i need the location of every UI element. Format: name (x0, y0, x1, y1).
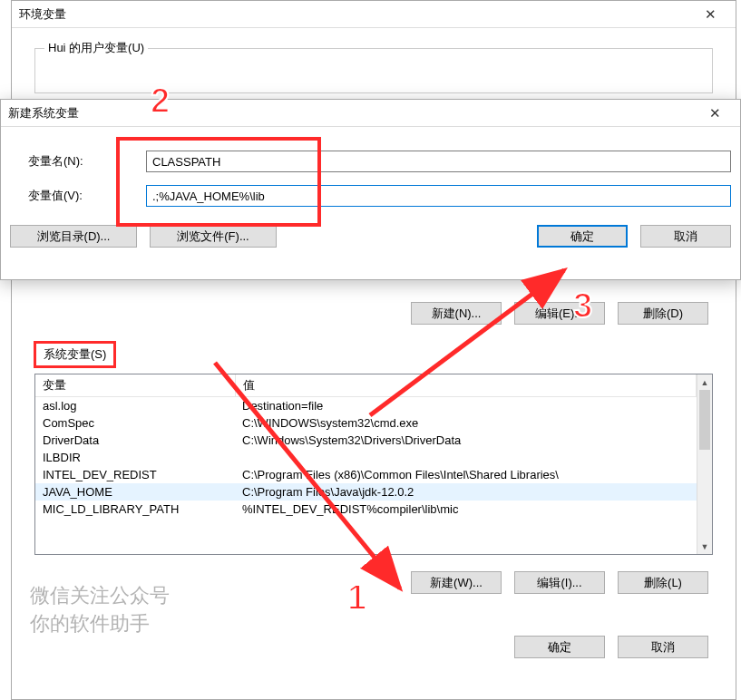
cell-var-name: INTEL_DEV_REDIST (35, 466, 235, 483)
cell-var-name: asl.log (35, 397, 235, 415)
cell-var-value: %INTEL_DEV_REDIST%compiler\lib\mic (235, 501, 697, 518)
var-name-input[interactable] (146, 151, 731, 172)
system-vars-buttons: 新建(W)... 编辑(I)... 删除(L) (12, 571, 708, 594)
env-dialog-title: 环境变量 (19, 6, 692, 23)
table-row[interactable]: INTEL_DEV_REDISTC:\Program Files (x86)\C… (35, 466, 697, 483)
user-vars-buttons: 新建(N)... 编辑(E)... 删除(D) (12, 302, 708, 325)
new-dialog-title: 新建系统变量 (8, 105, 697, 122)
cell-var-name: JAVA_HOME (35, 483, 235, 501)
new-cancel-button[interactable]: 取消 (640, 225, 731, 248)
new-ok-button[interactable]: 确定 (537, 225, 628, 248)
user-delete-button[interactable]: 删除(D) (618, 302, 708, 325)
var-value-row: 变量值(V): (10, 185, 731, 207)
scrollbar[interactable]: ▲ ▼ (697, 374, 712, 554)
table-row[interactable]: ComSpecC:\WINDOWS\system32\cmd.exe (35, 414, 697, 432)
scroll-up-icon[interactable]: ▲ (697, 374, 712, 390)
table-row[interactable]: JAVA_HOMEC:\Program Files\Java\jdk-12.0.… (35, 483, 697, 501)
table-row[interactable]: MIC_LD_LIBRARY_PATH%INTEL_DEV_REDIST%com… (35, 501, 697, 518)
var-value-input[interactable] (146, 185, 731, 207)
new-dialog-buttons: 浏览目录(D)... 浏览文件(F)... 确定 取消 (1, 219, 740, 260)
env-ok-button[interactable]: 确定 (514, 636, 605, 658)
env-dialog-titlebar: 环境变量 ✕ (12, 1, 736, 28)
cell-var-value: C:\Program Files\Java\jdk-12.0.2 (235, 483, 697, 501)
new-sysvar-dialog: 新建系统变量 ✕ 变量名(N): 变量值(V): 浏览目录(D)... 浏览文件… (0, 99, 741, 280)
user-new-button[interactable]: 新建(N)... (411, 302, 502, 325)
var-name-row: 变量名(N): (10, 151, 731, 172)
new-dialog-titlebar: 新建系统变量 ✕ (1, 100, 740, 127)
sys-delete-button[interactable]: 删除(L) (618, 571, 708, 594)
cell-var-value: C:\Windows\System32\Drivers\DriverData (235, 432, 697, 449)
env-cancel-button[interactable]: 取消 (618, 636, 708, 658)
cell-var-value: C:\WINDOWS\system32\cmd.exe (235, 414, 697, 432)
table-row[interactable]: DriverDataC:\Windows\System32\Drivers\Dr… (35, 432, 697, 449)
close-icon[interactable]: ✕ (697, 101, 733, 126)
cell-var-value: Destination=file (235, 397, 697, 415)
env-dialog-footer: 确定 取消 (12, 636, 708, 658)
system-vars-table[interactable]: 变量 值 asl.logDestination=fileComSpecC:\WI… (34, 374, 713, 555)
scroll-thumb[interactable] (699, 390, 710, 450)
browse-file-button[interactable]: 浏览文件(F)... (150, 225, 277, 248)
table-row[interactable]: ILBDIR (35, 449, 697, 466)
sys-edit-button[interactable]: 编辑(I)... (514, 571, 605, 594)
var-value-label: 变量值(V): (10, 188, 146, 204)
cell-var-name: MIC_LD_LIBRARY_PATH (35, 501, 235, 518)
user-vars-group: Hui 的用户变量(U) (34, 48, 713, 93)
cell-var-name: ILBDIR (35, 449, 235, 466)
scroll-down-icon[interactable]: ▼ (697, 539, 712, 554)
cell-var-value: C:\Program Files (x86)\Common Files\Inte… (235, 466, 697, 483)
var-name-label: 变量名(N): (10, 153, 146, 170)
table-row[interactable]: asl.logDestination=file (35, 397, 697, 415)
cell-var-value (235, 449, 697, 466)
user-edit-button[interactable]: 编辑(E)... (514, 302, 605, 325)
col-header-value[interactable]: 值 (235, 374, 697, 397)
col-header-name[interactable]: 变量 (35, 374, 235, 397)
system-vars-legend: 系统变量(S) (34, 341, 116, 368)
user-vars-legend: Hui 的用户变量(U) (44, 40, 148, 56)
cell-var-name: DriverData (35, 432, 235, 449)
sys-new-button[interactable]: 新建(W)... (411, 571, 502, 594)
cell-var-name: ComSpec (35, 414, 235, 432)
close-icon[interactable]: ✕ (692, 2, 728, 27)
browse-dir-button[interactable]: 浏览目录(D)... (10, 225, 137, 248)
